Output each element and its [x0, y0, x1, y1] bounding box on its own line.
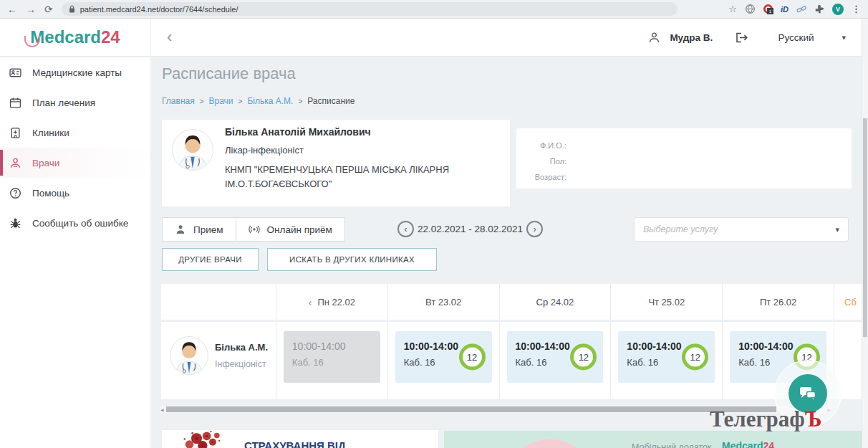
schedule-header-thu: Чт 25.02 — [610, 284, 722, 320]
prev-week-button[interactable]: ‹ — [397, 221, 414, 237]
schedule-header-mon: ‹ Пн 22.02 — [276, 284, 387, 320]
timeslot-available[interactable]: 10:00-14:00 Каб. 16 12 — [618, 331, 715, 383]
patient-info-card: Ф.И.О.: Пол: Возраст: — [516, 128, 852, 189]
timeslot-available[interactable]: 10:00-14:00 Каб. 16 12 — [507, 331, 604, 383]
reception-tabs: Прием Онлайн приём — [162, 217, 345, 242]
week-navigator: ‹ 22.02.2021 - 28.02.2021 › — [397, 221, 543, 237]
select-caret-icon: ▾ — [835, 225, 839, 234]
schedule-table: ‹ Пн 22.02 Вт 23.02 Ср 24.02 Чт 25.02 Пт… — [161, 284, 862, 399]
sidebar-item-clinics[interactable]: Клиники — [0, 118, 150, 148]
logout-icon[interactable] — [735, 32, 748, 44]
banner-logo-number: 24 — [763, 440, 775, 448]
language-selector[interactable]: Русский — [778, 32, 814, 43]
schedule-cell-wed: 10:00-14:00 Каб. 16 12 — [499, 322, 611, 399]
doctor-avatar — [170, 336, 208, 375]
scroll-left-arrow-icon[interactable]: ◀ — [160, 407, 164, 412]
free-slots-badge: 12 — [459, 344, 486, 371]
next-week-button[interactable]: › — [526, 221, 543, 237]
row-doctor-name[interactable]: Білька А.М. — [215, 342, 268, 353]
logo-area[interactable]: Medcard24 — [0, 19, 151, 56]
schedule-header-row: ‹ Пн 22.02 Вт 23.02 Ср 24.02 Чт 25.02 Пт… — [161, 284, 862, 320]
age-label: Возраст: — [516, 169, 566, 185]
language-caret-icon[interactable]: ▾ — [842, 33, 846, 42]
chat-bubbles-icon — [799, 385, 817, 402]
breadcrumb-doctors[interactable]: Врачи — [209, 96, 233, 106]
fio-label: Ф.И.О.: — [516, 138, 566, 153]
column-label: Пн 22.02 — [317, 297, 355, 308]
coronavirus-icon — [175, 430, 236, 448]
collapse-sidebar-icon[interactable]: ‹ — [167, 28, 172, 47]
watermark-word: Телеграф — [710, 406, 805, 432]
extension-badge: 1 — [767, 8, 773, 14]
horizontal-scrollbar-thumb[interactable] — [166, 406, 776, 412]
screen: ← → ⟳ patient.medcard24.net/doctor/7644/… — [0, 0, 868, 448]
sidebar-item-label: Помощь — [32, 188, 69, 199]
doctor-position: Лікар-інфекціоніст — [225, 145, 503, 156]
doctor-info-panel: Білька Анатолій Михайлович Лікар-інфекці… — [162, 120, 510, 206]
mobile-app-banner[interactable]: Мобільний додаток Medcard24 — [444, 431, 862, 448]
schedule-doctor-cell: Білька А.М. Інфекціоніст — [161, 322, 276, 399]
timeslot-available[interactable]: 10:00-14:00 Каб. 16 12 — [395, 331, 492, 383]
vertical-scrollbar-thumb[interactable] — [863, 118, 867, 337]
search-other-clinics-button[interactable]: ИСКАТЬ В ДРУГИХ КЛИНИКАХ — [267, 248, 437, 271]
sidebar-item-label: Врачи — [32, 158, 59, 168]
schedule-cell-thu: 10:00-14:00 Каб. 16 12 — [610, 322, 722, 399]
schedule-header-empty — [161, 284, 276, 320]
logo-number: 24 — [101, 27, 120, 47]
extension-red-icon[interactable]: 1 — [763, 4, 773, 14]
sidebar-item-treatment-plan[interactable]: План лечения — [0, 87, 150, 118]
sidebar-item-doctors[interactable]: Врачи — [0, 148, 150, 178]
schedule-cell-tue: 10:00-14:00 Каб. 16 12 — [387, 322, 499, 399]
sidebar: Медицинские карты План лечения Клиники В… — [0, 57, 151, 448]
sidebar-item-label: Медицинские карты — [32, 67, 122, 78]
online-broadcast-icon — [249, 224, 260, 235]
sidebar-item-report-error[interactable]: Сообщить об ошибке — [0, 208, 150, 238]
doctor-avatar — [172, 129, 213, 171]
date-range: 22.02.2021 - 28.02.2021 — [418, 224, 523, 234]
slot-time: 10:00-14:00 — [292, 340, 372, 352]
breadcrumb-schedule: Расписание — [307, 96, 355, 106]
logo-word: Medcard — [30, 27, 101, 47]
other-doctors-button[interactable]: ДРУГИЕ ВРАЧИ — [162, 248, 259, 271]
calendar-icon — [9, 97, 21, 109]
breadcrumb-home[interactable]: Главная — [162, 96, 195, 106]
vertical-scrollbar[interactable] — [862, 19, 868, 448]
doctor-clinic: КНМП "КРЕМЕНЧУЦЬКА ПЕРША МІСЬКА ЛІКАРНЯ … — [225, 163, 503, 191]
sidebar-item-help[interactable]: Помощь — [0, 178, 150, 208]
doctor-icon — [9, 157, 21, 169]
banner-logo-word: Medcard — [722, 440, 763, 448]
extension-id-icon[interactable]: iD — [781, 5, 789, 14]
tab-visit[interactable]: Прием — [162, 217, 236, 242]
medcard24-logo: Medcard24 — [30, 27, 120, 47]
tab-online-label: Онлайн приём — [267, 224, 332, 235]
sidebar-item-medical-cards[interactable]: Медицинские карты — [0, 57, 150, 87]
id-card-icon — [9, 67, 21, 79]
prev-day-chevron-icon[interactable]: ‹ — [308, 296, 312, 308]
browser-reload-icon[interactable]: ⟳ — [44, 4, 53, 14]
timeslot-past: 10:00-14:00 Каб. 16 — [284, 331, 380, 383]
sidebar-item-label: План лечения — [32, 97, 95, 108]
globe-icon[interactable] — [745, 4, 756, 14]
slot-room: Каб. 16 — [292, 357, 372, 368]
app-header: Medcard24 ‹ Мудра В. Русский ▾ — [0, 19, 862, 57]
insurance-banner[interactable]: СТРАХУВАННЯ ВІД — [161, 429, 439, 448]
browser-forward-icon[interactable]: → — [26, 4, 36, 14]
bookmark-star-icon[interactable]: ☆ — [728, 4, 737, 14]
service-select[interactable]: Выберите услугу ▾ — [634, 217, 849, 242]
browser-profile-avatar[interactable]: V — [832, 4, 844, 15]
address-bar[interactable]: patient.medcard24.net/doctor/7644/schedu… — [62, 2, 677, 16]
schedule-header-sat: Сб — [834, 284, 862, 320]
lock-icon — [69, 5, 75, 13]
column-label: Ср 24.02 — [536, 297, 574, 308]
schedule-cell-mon: 10:00-14:00 Каб. 16 — [276, 322, 387, 399]
extensions-puzzle-icon[interactable] — [814, 4, 824, 14]
browser-toolbar: ← → ⟳ patient.medcard24.net/doctor/7644/… — [0, 0, 868, 19]
link-icon[interactable] — [796, 4, 806, 14]
browser-menu-icon[interactable]: ⋮ — [852, 4, 861, 14]
user-name[interactable]: Мудра В. — [670, 32, 713, 43]
breadcrumb: Главная > Врачи > Білька А.М. > Расписан… — [162, 96, 355, 106]
tab-online[interactable]: Онлайн приём — [236, 217, 345, 242]
column-label: Чт 25.02 — [648, 297, 685, 308]
browser-back-icon[interactable]: ← — [7, 4, 17, 14]
breadcrumb-doctor[interactable]: Білька А.М. — [247, 96, 293, 106]
